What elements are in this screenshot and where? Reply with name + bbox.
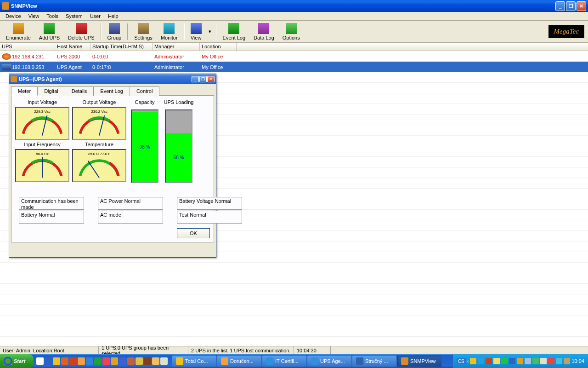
status-comm: Communication has been made — [19, 197, 84, 210]
ups-error-icon — [2, 53, 11, 60]
options-button[interactable]: Options — [279, 22, 304, 42]
tray-icon[interactable] — [478, 358, 484, 364]
child-minimize-button[interactable]: _ — [192, 76, 199, 82]
separator — [127, 23, 128, 40]
tray-icon[interactable] — [532, 358, 539, 364]
add-ups-button[interactable]: Add UPS — [35, 22, 63, 42]
status-battery: Battery Normal — [19, 211, 84, 224]
ups-detail-window[interactable]: UPS--(UPS Agent) _ ❐ ✕ Meter Digital Det… — [9, 74, 216, 258]
tray-icon[interactable] — [556, 358, 562, 364]
menu-tools[interactable]: Tools — [43, 12, 62, 20]
view-dropdown[interactable]: View ▾ — [187, 22, 214, 42]
ql-icon[interactable] — [53, 357, 60, 365]
child-maximize-button[interactable]: ❐ — [199, 76, 207, 82]
child-close-button[interactable]: ✕ — [207, 76, 215, 82]
ql-icon[interactable] — [45, 357, 52, 365]
tray-icon[interactable] — [501, 358, 508, 364]
app-icon — [401, 357, 408, 365]
task-button[interactable]: UPS Age... — [307, 356, 351, 367]
taskbar: Start Total Co... Doručen... IT Certifi.… — [0, 354, 588, 368]
gauge-value: 25.0 C 77.0 F — [73, 152, 125, 156]
menu-device[interactable]: Device — [2, 12, 25, 20]
toolbar-label: Event Log — [223, 35, 246, 40]
menu-system[interactable]: System — [62, 12, 86, 20]
view-button[interactable]: View — [187, 22, 205, 42]
language-indicator[interactable]: CS — [457, 358, 466, 364]
maximize-button[interactable]: ❐ — [566, 1, 576, 11]
ql-icon[interactable] — [69, 357, 77, 365]
tray-icon[interactable] — [525, 358, 531, 364]
gauge-value: 229.3 Vac — [16, 109, 68, 114]
col-startup[interactable]: Startup Time(D-H:M:S) — [90, 43, 153, 51]
menu-view[interactable]: View — [25, 12, 43, 20]
ups-ok-icon — [2, 64, 11, 70]
task-button[interactable]: SNMPView — [397, 356, 441, 367]
cell-ip: 192.168.0.253 — [12, 64, 44, 70]
task-buttons: Total Co... Doručen... IT Certifi... UPS… — [170, 356, 443, 367]
ok-button[interactable]: OK — [177, 228, 210, 238]
ups-icon — [11, 76, 17, 82]
table-row[interactable]: 192.168.0.253 UPS Agent 0-0:17:8 Adminis… — [0, 62, 588, 72]
monitor-button[interactable]: Monitor — [157, 22, 181, 42]
enumerate-button[interactable]: Enumerate — [2, 22, 34, 42]
tab-control[interactable]: Control — [130, 86, 159, 96]
ql-icon[interactable] — [119, 357, 126, 365]
delete-ups-button[interactable]: Delete UPS — [64, 22, 98, 42]
tray-icon[interactable] — [486, 358, 492, 364]
ql-icon[interactable] — [160, 357, 168, 365]
group-button[interactable]: Group — [104, 22, 125, 42]
clock[interactable]: 10:04 — [571, 358, 584, 364]
ql-icon[interactable] — [61, 357, 68, 365]
tray-expand-icon[interactable]: ‹ — [467, 358, 469, 364]
menu-user[interactable]: User — [86, 12, 104, 20]
datalog-button[interactable]: Data Log — [250, 22, 278, 42]
tab-digital[interactable]: Digital — [37, 86, 65, 96]
tray-icon[interactable] — [509, 358, 515, 364]
tray-icon[interactable] — [470, 358, 476, 364]
tray-icon[interactable] — [540, 358, 547, 364]
status-grid: Communication has been made Battery Norm… — [15, 195, 210, 225]
tray-icon[interactable] — [517, 358, 523, 364]
col-location[interactable]: Location — [200, 43, 237, 51]
ql-icon[interactable] — [111, 357, 118, 365]
meter-label: Input Frequency — [15, 142, 69, 147]
datalog-icon — [258, 23, 269, 34]
task-button[interactable]: IT Certifi... — [262, 356, 306, 367]
menu-help[interactable]: Help — [104, 12, 122, 20]
app-icon — [311, 357, 318, 365]
tab-details[interactable]: Details — [65, 86, 94, 96]
cell-manager: Administrator — [153, 53, 200, 60]
tab-meter[interactable]: Meter — [11, 86, 38, 96]
chevron-down-icon[interactable]: ▾ — [206, 29, 214, 34]
ql-icon[interactable] — [36, 357, 44, 365]
task-button[interactable]: Doručen... — [217, 356, 261, 367]
tab-eventlog[interactable]: Event Log — [93, 86, 130, 96]
child-titlebar[interactable]: UPS--(UPS Agent) _ ❐ ✕ — [9, 74, 216, 84]
close-button[interactable]: ✕ — [577, 1, 586, 11]
col-ups[interactable]: UPS — [0, 43, 55, 51]
cell-host: UPS Agent — [55, 63, 90, 71]
task-button[interactable]: Total Co... — [172, 356, 216, 367]
start-button[interactable]: Start — [0, 354, 34, 368]
ql-icon[interactable] — [136, 357, 143, 365]
ql-icon[interactable] — [86, 357, 93, 365]
settings-button[interactable]: Settings — [130, 22, 156, 42]
tray-icon[interactable] — [493, 358, 500, 364]
col-manager[interactable]: Manager — [153, 43, 200, 51]
start-label: Start — [14, 358, 25, 364]
cell-ip: 192.168.4.231 — [12, 54, 44, 59]
ql-icon[interactable] — [78, 357, 85, 365]
input-voltage-meter: Input Voltage 229.3 Vac — [15, 99, 69, 140]
eventlog-button[interactable]: Event Log — [219, 22, 249, 42]
ql-icon[interactable] — [152, 357, 159, 365]
ql-icon[interactable] — [102, 357, 110, 365]
ql-icon[interactable] — [127, 357, 135, 365]
table-row[interactable]: 192.168.4.231 UPS 2000 0-0:0:0 Administr… — [0, 51, 588, 62]
tray-icon[interactable] — [564, 358, 570, 364]
task-button[interactable]: Stručný ... — [352, 356, 396, 367]
tray-icon[interactable] — [548, 358, 554, 364]
minimize-button[interactable]: _ — [555, 1, 565, 11]
ql-icon[interactable] — [94, 357, 102, 365]
ql-icon[interactable] — [144, 357, 151, 365]
col-host[interactable]: Host Name — [55, 43, 90, 51]
